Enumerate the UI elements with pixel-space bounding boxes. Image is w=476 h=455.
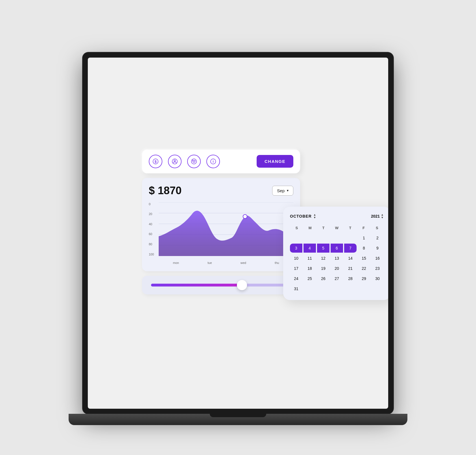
calendar-day[interactable]: 21 xyxy=(344,264,357,273)
calendar-day-selected-end[interactable]: 7 xyxy=(344,244,357,253)
dollar-icon: $ xyxy=(152,158,159,165)
calendar-day-selected[interactable]: 4 xyxy=(303,244,316,253)
year-chevron-icon: ▲▼ xyxy=(381,213,384,219)
calendar-day[interactable]: 1 xyxy=(358,233,370,242)
calendar-days-grid: 1 2 3 4 5 6 7 8 9 10 11 xyxy=(290,233,384,293)
calendar-day[interactable]: 10 xyxy=(290,254,302,263)
slider-fill xyxy=(151,284,242,286)
calendar-day[interactable]: 13 xyxy=(331,254,343,263)
chart-area: 100 80 60 40 20 0 xyxy=(149,202,293,264)
dollar-icon-button[interactable]: $ xyxy=(149,155,162,168)
calendar-day[interactable]: 29 xyxy=(358,274,370,283)
calendar-day[interactable]: 24 xyxy=(290,274,302,283)
calendar-day-selected[interactable]: 5 xyxy=(317,244,329,253)
month-chevron-icon: ▲▼ xyxy=(313,213,316,219)
content-area: $ xyxy=(142,150,300,294)
calendar-day[interactable]: 20 xyxy=(331,264,343,273)
change-button[interactable]: CHANGE xyxy=(257,155,293,168)
month-select[interactable]: Sep ▾ xyxy=(272,186,293,196)
year-picker[interactable]: 2021 ▲▼ xyxy=(371,213,384,219)
svg-point-4 xyxy=(191,159,196,164)
calendar-header: OCTOBER ▲▼ 2021 ▲▼ xyxy=(290,213,384,219)
slider-track[interactable] xyxy=(151,284,291,286)
calendar-day-selected[interactable]: 6 xyxy=(331,244,343,253)
calendar-day[interactable]: 26 xyxy=(317,274,329,283)
chart-card: $ 1870 Sep ▾ 100 80 60 40 20 xyxy=(142,178,300,271)
svg-point-6 xyxy=(195,162,195,163)
laptop-wrapper: $ xyxy=(69,30,407,425)
calendar-day[interactable]: 30 xyxy=(371,274,384,283)
month-label: Sep xyxy=(277,188,285,193)
laptop-base xyxy=(69,414,407,425)
days-of-week-row: S M T W T F S xyxy=(290,225,384,231)
calendar-month-label: OCTOBER xyxy=(290,214,312,218)
svg-point-3 xyxy=(174,160,176,161)
calendar-day[interactable]: 18 xyxy=(303,264,316,273)
calendar-day[interactable]: 9 xyxy=(371,244,384,253)
month-picker[interactable]: OCTOBER ▲▼ xyxy=(290,213,316,219)
calendar-day[interactable]: 15 xyxy=(358,254,370,263)
calendar-day[interactable]: 19 xyxy=(317,264,329,273)
svg-text:$: $ xyxy=(154,159,156,163)
calendar-grid: S M T W T F S xyxy=(290,225,384,293)
calendar-day[interactable]: 11 xyxy=(303,254,316,263)
laptop-screen: $ xyxy=(88,58,388,409)
calendar-day[interactable]: 12 xyxy=(317,254,329,263)
toolbar-card: $ xyxy=(142,150,300,173)
calendar-day-selected-start[interactable]: 3 xyxy=(290,244,302,253)
calendar-day[interactable]: 16 xyxy=(371,254,384,263)
calendar-day[interactable]: 22 xyxy=(358,264,370,273)
calendar-day[interactable]: 23 xyxy=(371,264,384,273)
chart-svg-container xyxy=(159,202,293,256)
svg-point-9 xyxy=(213,160,213,160)
calendar-day[interactable]: 28 xyxy=(344,274,357,283)
cart-icon-button[interactable] xyxy=(187,155,201,168)
calendar-day[interactable]: 8 xyxy=(358,244,370,253)
info-icon-button[interactable] xyxy=(206,155,220,168)
slider-card xyxy=(142,276,300,294)
svg-point-5 xyxy=(193,162,194,163)
x-axis-labels: mon tue wed thu xyxy=(159,261,293,264)
svg-point-16 xyxy=(243,215,247,218)
chart-header: $ 1870 Sep ▾ xyxy=(149,185,293,197)
calendar-year-label: 2021 xyxy=(371,214,380,218)
slider-thumb[interactable] xyxy=(237,280,247,290)
info-icon xyxy=(210,158,216,165)
calendar-day[interactable]: 31 xyxy=(290,284,302,293)
y-axis-labels: 100 80 60 40 20 0 xyxy=(149,202,157,256)
dropdown-arrow-icon: ▾ xyxy=(287,189,289,193)
cart-icon xyxy=(191,158,197,165)
user-icon xyxy=(172,158,178,165)
calendar-day[interactable]: 17 xyxy=(290,264,302,273)
laptop-frame: $ xyxy=(83,53,393,414)
laptop-notch xyxy=(210,414,266,417)
user-icon-button[interactable] xyxy=(168,155,182,168)
calendar-day[interactable]: 25 xyxy=(303,274,316,283)
chart-svg xyxy=(159,202,293,256)
calendar-card: OCTOBER ▲▼ 2021 ▲▼ xyxy=(283,207,388,300)
calendar-day[interactable]: 2 xyxy=(371,233,384,242)
calendar-day[interactable]: 27 xyxy=(331,274,343,283)
calendar-day[interactable]: 14 xyxy=(344,254,357,263)
chart-amount: $ 1870 xyxy=(149,185,182,197)
